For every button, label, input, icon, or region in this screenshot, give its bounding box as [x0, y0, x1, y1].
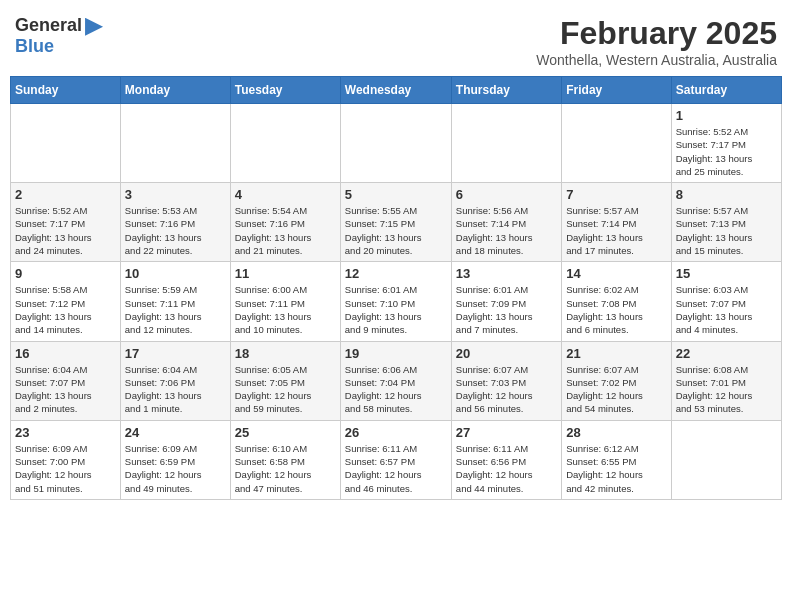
day-cell: 23Sunrise: 6:09 AM Sunset: 7:00 PM Dayli…	[11, 420, 121, 499]
day-info: Sunrise: 5:57 AM Sunset: 7:14 PM Dayligh…	[566, 204, 666, 257]
day-cell: 13Sunrise: 6:01 AM Sunset: 7:09 PM Dayli…	[451, 262, 561, 341]
calendar-table: SundayMondayTuesdayWednesdayThursdayFrid…	[10, 76, 782, 500]
day-info: Sunrise: 6:12 AM Sunset: 6:55 PM Dayligh…	[566, 442, 666, 495]
day-info: Sunrise: 6:01 AM Sunset: 7:09 PM Dayligh…	[456, 283, 557, 336]
day-info: Sunrise: 6:09 AM Sunset: 7:00 PM Dayligh…	[15, 442, 116, 495]
logo-general-text: General	[15, 15, 82, 35]
day-number: 15	[676, 266, 777, 281]
title-block: February 2025 Wonthella, Western Austral…	[536, 15, 777, 68]
day-cell: 9Sunrise: 5:58 AM Sunset: 7:12 PM Daylig…	[11, 262, 121, 341]
day-info: Sunrise: 6:07 AM Sunset: 7:02 PM Dayligh…	[566, 363, 666, 416]
week-row-3: 16Sunrise: 6:04 AM Sunset: 7:07 PM Dayli…	[11, 341, 782, 420]
day-info: Sunrise: 6:11 AM Sunset: 6:57 PM Dayligh…	[345, 442, 447, 495]
day-info: Sunrise: 5:55 AM Sunset: 7:15 PM Dayligh…	[345, 204, 447, 257]
day-number: 18	[235, 346, 336, 361]
day-cell	[120, 104, 230, 183]
day-cell: 6Sunrise: 5:56 AM Sunset: 7:14 PM Daylig…	[451, 183, 561, 262]
day-number: 6	[456, 187, 557, 202]
logo-icon	[85, 18, 103, 36]
day-number: 17	[125, 346, 226, 361]
day-info: Sunrise: 6:08 AM Sunset: 7:01 PM Dayligh…	[676, 363, 777, 416]
day-cell: 26Sunrise: 6:11 AM Sunset: 6:57 PM Dayli…	[340, 420, 451, 499]
day-info: Sunrise: 6:04 AM Sunset: 7:07 PM Dayligh…	[15, 363, 116, 416]
day-cell: 3Sunrise: 5:53 AM Sunset: 7:16 PM Daylig…	[120, 183, 230, 262]
day-info: Sunrise: 6:09 AM Sunset: 6:59 PM Dayligh…	[125, 442, 226, 495]
day-number: 23	[15, 425, 116, 440]
day-cell: 19Sunrise: 6:06 AM Sunset: 7:04 PM Dayli…	[340, 341, 451, 420]
day-number: 4	[235, 187, 336, 202]
day-number: 8	[676, 187, 777, 202]
week-row-2: 9Sunrise: 5:58 AM Sunset: 7:12 PM Daylig…	[11, 262, 782, 341]
day-info: Sunrise: 5:52 AM Sunset: 7:17 PM Dayligh…	[676, 125, 777, 178]
day-info: Sunrise: 5:59 AM Sunset: 7:11 PM Dayligh…	[125, 283, 226, 336]
day-number: 5	[345, 187, 447, 202]
weekday-header-friday: Friday	[562, 77, 671, 104]
day-cell: 4Sunrise: 5:54 AM Sunset: 7:16 PM Daylig…	[230, 183, 340, 262]
day-info: Sunrise: 6:07 AM Sunset: 7:03 PM Dayligh…	[456, 363, 557, 416]
day-info: Sunrise: 5:52 AM Sunset: 7:17 PM Dayligh…	[15, 204, 116, 257]
day-info: Sunrise: 6:06 AM Sunset: 7:04 PM Dayligh…	[345, 363, 447, 416]
calendar-header: General Blue February 2025 Wonthella, We…	[10, 10, 782, 68]
day-number: 14	[566, 266, 666, 281]
day-info: Sunrise: 6:03 AM Sunset: 7:07 PM Dayligh…	[676, 283, 777, 336]
day-cell: 18Sunrise: 6:05 AM Sunset: 7:05 PM Dayli…	[230, 341, 340, 420]
day-cell: 25Sunrise: 6:10 AM Sunset: 6:58 PM Dayli…	[230, 420, 340, 499]
week-row-4: 23Sunrise: 6:09 AM Sunset: 7:00 PM Dayli…	[11, 420, 782, 499]
logo-blue-text: Blue	[15, 36, 54, 56]
day-info: Sunrise: 6:01 AM Sunset: 7:10 PM Dayligh…	[345, 283, 447, 336]
weekday-header-tuesday: Tuesday	[230, 77, 340, 104]
weekday-header-row: SundayMondayTuesdayWednesdayThursdayFrid…	[11, 77, 782, 104]
location: Wonthella, Western Australia, Australia	[536, 52, 777, 68]
day-number: 19	[345, 346, 447, 361]
day-info: Sunrise: 5:54 AM Sunset: 7:16 PM Dayligh…	[235, 204, 336, 257]
day-number: 27	[456, 425, 557, 440]
day-number: 10	[125, 266, 226, 281]
weekday-header-saturday: Saturday	[671, 77, 781, 104]
day-cell: 1Sunrise: 5:52 AM Sunset: 7:17 PM Daylig…	[671, 104, 781, 183]
day-cell: 27Sunrise: 6:11 AM Sunset: 6:56 PM Dayli…	[451, 420, 561, 499]
day-number: 11	[235, 266, 336, 281]
day-cell	[340, 104, 451, 183]
day-cell: 17Sunrise: 6:04 AM Sunset: 7:06 PM Dayli…	[120, 341, 230, 420]
day-cell	[562, 104, 671, 183]
day-number: 1	[676, 108, 777, 123]
day-number: 3	[125, 187, 226, 202]
day-cell: 16Sunrise: 6:04 AM Sunset: 7:07 PM Dayli…	[11, 341, 121, 420]
day-cell: 11Sunrise: 6:00 AM Sunset: 7:11 PM Dayli…	[230, 262, 340, 341]
day-number: 12	[345, 266, 447, 281]
day-info: Sunrise: 6:05 AM Sunset: 7:05 PM Dayligh…	[235, 363, 336, 416]
weekday-header-wednesday: Wednesday	[340, 77, 451, 104]
day-number: 7	[566, 187, 666, 202]
day-number: 2	[15, 187, 116, 202]
day-number: 22	[676, 346, 777, 361]
day-info: Sunrise: 5:53 AM Sunset: 7:16 PM Dayligh…	[125, 204, 226, 257]
logo: General Blue	[15, 15, 103, 57]
weekday-header-thursday: Thursday	[451, 77, 561, 104]
day-cell	[230, 104, 340, 183]
day-cell: 22Sunrise: 6:08 AM Sunset: 7:01 PM Dayli…	[671, 341, 781, 420]
day-info: Sunrise: 6:04 AM Sunset: 7:06 PM Dayligh…	[125, 363, 226, 416]
day-cell: 28Sunrise: 6:12 AM Sunset: 6:55 PM Dayli…	[562, 420, 671, 499]
day-cell: 5Sunrise: 5:55 AM Sunset: 7:15 PM Daylig…	[340, 183, 451, 262]
weekday-header-monday: Monday	[120, 77, 230, 104]
day-cell	[671, 420, 781, 499]
day-info: Sunrise: 5:57 AM Sunset: 7:13 PM Dayligh…	[676, 204, 777, 257]
day-number: 13	[456, 266, 557, 281]
weekday-header-sunday: Sunday	[11, 77, 121, 104]
day-number: 26	[345, 425, 447, 440]
day-cell: 24Sunrise: 6:09 AM Sunset: 6:59 PM Dayli…	[120, 420, 230, 499]
day-cell: 10Sunrise: 5:59 AM Sunset: 7:11 PM Dayli…	[120, 262, 230, 341]
day-cell: 14Sunrise: 6:02 AM Sunset: 7:08 PM Dayli…	[562, 262, 671, 341]
day-cell: 15Sunrise: 6:03 AM Sunset: 7:07 PM Dayli…	[671, 262, 781, 341]
day-cell: 2Sunrise: 5:52 AM Sunset: 7:17 PM Daylig…	[11, 183, 121, 262]
day-info: Sunrise: 6:10 AM Sunset: 6:58 PM Dayligh…	[235, 442, 336, 495]
day-number: 21	[566, 346, 666, 361]
week-row-0: 1Sunrise: 5:52 AM Sunset: 7:17 PM Daylig…	[11, 104, 782, 183]
day-number: 16	[15, 346, 116, 361]
day-number: 25	[235, 425, 336, 440]
day-cell: 8Sunrise: 5:57 AM Sunset: 7:13 PM Daylig…	[671, 183, 781, 262]
day-info: Sunrise: 6:11 AM Sunset: 6:56 PM Dayligh…	[456, 442, 557, 495]
day-info: Sunrise: 6:02 AM Sunset: 7:08 PM Dayligh…	[566, 283, 666, 336]
day-cell	[11, 104, 121, 183]
day-info: Sunrise: 5:58 AM Sunset: 7:12 PM Dayligh…	[15, 283, 116, 336]
